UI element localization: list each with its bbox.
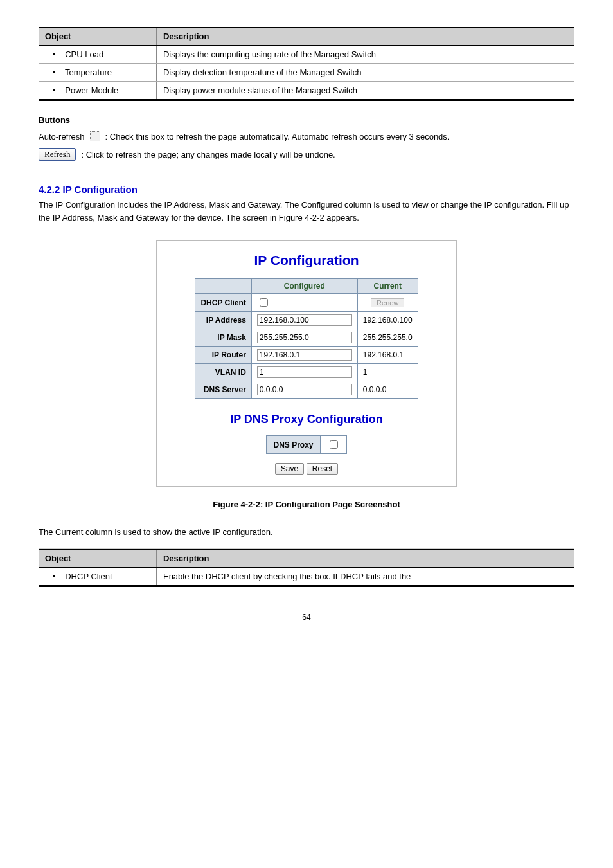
ipcfg-header-blank (195, 279, 251, 294)
refresh-button-graphic: Refresh (39, 148, 76, 161)
row-label-ip-mask: IP Mask (195, 329, 251, 347)
ipcfg-header-configured: Configured (251, 279, 357, 294)
auto-refresh-prefix: Auto-refresh (39, 132, 85, 141)
dns-proxy-checkbox[interactable] (330, 440, 338, 449)
reset-button[interactable]: Reset (306, 463, 338, 475)
table-row-desc: Display power module status of the Manag… (156, 82, 574, 100)
page-number: 64 (39, 613, 574, 622)
auto-refresh-suffix: : Check this box to refresh the page aut… (105, 132, 450, 141)
auto-refresh-checkbox-icon (90, 131, 100, 141)
table-row-object: • DHCP Client (39, 567, 156, 586)
section-paragraph: The IP Configuration includes the IP Add… (39, 199, 574, 224)
ip-mask-input[interactable] (257, 332, 352, 343)
table-row-desc: Display detection temperature of the Man… (156, 64, 574, 82)
dns-proxy-table: DNS Proxy (266, 435, 346, 454)
row-label-ip-address: IP Address (195, 312, 251, 329)
vlan-id-current: 1 (357, 364, 418, 381)
section-title: 4.2.2 IP Configuration (39, 184, 574, 195)
ip-router-current: 192.168.0.1 (357, 347, 418, 364)
save-button[interactable]: Save (275, 463, 304, 475)
top-table-header-description: Description (156, 27, 574, 46)
ip-mask-current: 255.255.255.0 (357, 329, 418, 347)
dns-server-input[interactable] (257, 384, 352, 395)
bottom-parameter-table: Object Description • DHCP Client Enable … (39, 548, 574, 587)
bottom-table-header-description: Description (156, 548, 574, 567)
auto-refresh-line: Auto-refresh : Check this box to refresh… (39, 131, 574, 141)
table-row-object: • Power Module (39, 82, 156, 100)
row-label-dns-server: DNS Server (195, 381, 251, 399)
ipcfg-header-current: Current (357, 279, 418, 294)
figure-caption: Figure 4-2-2: IP Configuration Page Scre… (39, 500, 574, 509)
top-parameter-table: Object Description • CPU Load Displays t… (39, 26, 574, 101)
ip-address-input[interactable] (257, 314, 352, 326)
refresh-line: Refresh : Click to refresh the page; any… (39, 148, 574, 161)
table-row-desc: Displays the cumputing using rate of the… (156, 46, 574, 64)
vlan-id-input[interactable] (257, 366, 352, 378)
ip-address-current: 192.168.0.100 (357, 312, 418, 329)
row-label-dhcp: DHCP Client (195, 294, 251, 312)
ip-config-table: Configured Current DHCP Client Renew IP … (195, 278, 418, 399)
dns-proxy-label: DNS Proxy (267, 436, 320, 454)
current-column-paragraph: The Current column is used to show the a… (39, 526, 574, 539)
table-row-object: • Temperature (39, 64, 156, 82)
dns-server-current: 0.0.0.0 (357, 381, 418, 399)
refresh-suffix: : Click to refresh the page; any changes… (81, 150, 335, 159)
figure-title: IP Configuration (175, 253, 438, 268)
ip-router-input[interactable] (257, 349, 352, 361)
ip-config-figure: IP Configuration Configured Current DHCP… (156, 240, 457, 487)
row-label-vlan-id: VLAN ID (195, 364, 251, 381)
dhcp-client-checkbox[interactable] (260, 298, 268, 307)
table-row-desc: Enable the DHCP client by checking this … (156, 567, 574, 586)
row-label-ip-router: IP Router (195, 347, 251, 364)
bottom-table-header-object: Object (39, 548, 156, 567)
top-table-header-object: Object (39, 27, 156, 46)
table-row-object: • CPU Load (39, 46, 156, 64)
figure-title-dns-proxy: IP DNS Proxy Configuration (175, 413, 438, 426)
renew-button[interactable]: Renew (371, 298, 404, 307)
buttons-heading: Buttons (39, 115, 574, 125)
